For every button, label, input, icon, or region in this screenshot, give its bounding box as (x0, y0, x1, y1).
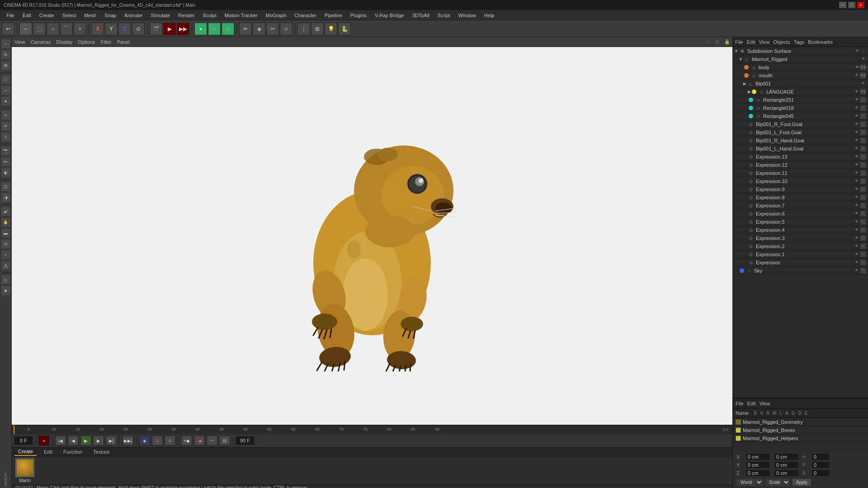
coord-b-val[interactable] (811, 469, 830, 477)
obj-vis-expr-3[interactable]: 👁 (854, 235, 859, 241)
br-item-geometry[interactable]: Marmot_Rigged_Geometry (733, 418, 868, 426)
tl-play[interactable]: ▶ (80, 436, 91, 446)
tl-step-back[interactable]: ◀ (68, 436, 79, 446)
toolbar-z[interactable]: Z (118, 23, 131, 35)
obj-expr-12[interactable]: ◎ Expression.12 👁· (732, 161, 868, 169)
tab-texture[interactable]: Texture (90, 448, 113, 455)
tool-uvw[interactable]: ◫ (1, 182, 11, 192)
tool-smooth[interactable]: ~ (1, 250, 11, 260)
obj-expr-5[interactable]: ◎ Expression.5 👁· (732, 218, 868, 226)
obj-expr-8[interactable]: ◎ Expression.8 👁· (732, 193, 868, 202)
coord-z-val2[interactable] (774, 469, 799, 477)
obj-language[interactable]: ▶ ◇ LANGUAGE 👁 ⊹⊹ (732, 88, 868, 96)
minimize-button[interactable]: ─ (839, 2, 846, 8)
viewport-icon-lock[interactable]: 🔒 (724, 39, 730, 44)
toolbar-point-mode[interactable]: ● (194, 23, 207, 35)
obj-expr-3[interactable]: ◎ Expression.3 👁· (732, 234, 868, 242)
menu-mesh[interactable]: Mesh (80, 12, 100, 19)
obj-vis-expr-11[interactable]: 👁 (854, 170, 859, 176)
viewport-menu-panel[interactable]: Panel (117, 39, 130, 45)
coord-y-val2[interactable] (774, 461, 799, 469)
obj-subdivision-surface[interactable]: ▼ ⊞ Subdivision Surface 👁 ○ (732, 47, 868, 55)
obj-expr-13[interactable]: ◎ Expression.13 👁· (732, 153, 868, 161)
tool-camera[interactable]: 📷 (1, 146, 11, 156)
coord-h-val[interactable] (811, 453, 830, 460)
tl-del-key[interactable]: -◆ (194, 436, 205, 446)
obj-vis-rect018[interactable]: 👁 (854, 105, 859, 111)
tool-flatten[interactable]: ▬ (1, 228, 11, 238)
toolbar-render-region[interactable]: 🎬 (150, 23, 162, 35)
viewport-menu-filter[interactable]: Filter (100, 39, 111, 45)
obj-vis-bip001-r-hand[interactable]: 👁 (854, 138, 859, 143)
om-menu-tags[interactable]: Tags (794, 39, 804, 45)
obj-bip001-l-foot[interactable]: ◎ Bip001_L_Foot.Goal 👁· (732, 128, 868, 136)
obj-vis-rect251[interactable]: 👁 (854, 97, 859, 103)
menu-motion-tracker[interactable]: Motion Tracker (221, 12, 261, 19)
tl-dope[interactable]: ⊟ (219, 436, 230, 446)
tl-timeline[interactable]: 〰 (207, 436, 217, 446)
obj-vis-expr-6[interactable]: 👁 (854, 211, 859, 216)
menu-create[interactable]: Create (36, 12, 58, 19)
obj-vis-expr[interactable]: 👁 (854, 260, 859, 265)
obj-vis-expr-10[interactable]: 👁 (854, 178, 859, 184)
toolbar-grid[interactable]: ⊞ (311, 23, 324, 35)
obj-vis-expr-4[interactable]: 👁 (854, 227, 859, 233)
obj-vis-subdiv[interactable]: 👁 (854, 48, 860, 54)
obj-tag-mouth[interactable]: ⊹⊹ (860, 73, 866, 78)
material-thumb-marm[interactable] (15, 458, 34, 477)
menu-file[interactable]: File (3, 12, 18, 19)
tl-record[interactable]: ● (38, 436, 49, 446)
obj-vis-expr-12[interactable]: 👁 (854, 162, 859, 168)
tl-next-key[interactable]: ▶| (106, 436, 117, 446)
obj-tag-rect251[interactable]: · (860, 97, 866, 103)
menu-pipeline[interactable]: Pipeline (321, 12, 346, 19)
obj-expr-6[interactable]: ◎ Expression.6 👁· (732, 210, 868, 218)
toolbar-python[interactable]: 🐍 (338, 23, 351, 35)
tab-function[interactable]: Function (60, 448, 86, 455)
tool-rotate[interactable]: ↻ (1, 50, 11, 60)
menu-select[interactable]: Select (59, 12, 80, 19)
om-menu-objects[interactable]: Objects (773, 39, 790, 45)
obj-mouth[interactable]: △ mouth 👁 ⊹⊹ (732, 71, 868, 80)
obj-bip001-r-foot[interactable]: ◎ Bip001_R_Foot.Goal 👁· (732, 120, 868, 128)
viewport[interactable] (12, 47, 732, 425)
tool-measure[interactable]: ⊷ (1, 157, 11, 167)
obj-vis-expr-13[interactable]: 👁 (854, 154, 859, 160)
end-frame[interactable]: 90 F (236, 436, 254, 445)
tool-spline[interactable]: ∿ (1, 110, 11, 120)
tool-pen[interactable]: ✏ (1, 121, 11, 131)
obj-vis-bip001-r-foot[interactable]: 👁 (854, 122, 859, 127)
obj-lock-subdiv[interactable]: ○ (861, 48, 866, 54)
tool-move[interactable]: ↔ (1, 39, 11, 49)
attr-menu-edit[interactable]: Edit (747, 401, 756, 406)
close-button[interactable]: ✕ (857, 2, 864, 8)
toolbar-render-active[interactable]: ▶ (163, 23, 176, 35)
toolbar-knife[interactable]: ✂ (266, 23, 279, 35)
obj-vis-expr-2[interactable]: 👁 (854, 244, 859, 249)
tool-crease[interactable]: ⋀ (1, 261, 11, 271)
obj-bip001[interactable]: ▶ △ Bip001 👁 (732, 80, 868, 88)
toolbar-select-lasso[interactable]: ⌒ (60, 23, 73, 35)
menu-snap[interactable]: Snap (101, 12, 120, 19)
obj-vis-expr-7[interactable]: 👁 (854, 203, 859, 208)
obj-vis-mouth[interactable]: 👁 (854, 73, 859, 78)
apply-button[interactable]: Apply (792, 479, 811, 486)
obj-vis-expr-8[interactable]: 👁 (854, 195, 859, 200)
obj-vis-bip001-l-foot[interactable]: 👁 (854, 130, 859, 135)
menu-help[interactable]: Help (481, 12, 498, 19)
obj-expr-1[interactable]: ◎ Expression.1 👁· (732, 250, 868, 258)
obj-vis-language[interactable]: 👁 (854, 89, 859, 94)
obj-expr-4[interactable]: ◎ Expression.4 👁· (732, 226, 868, 234)
obj-rect018[interactable]: ▭ Rectangle018 👁 · (732, 104, 868, 112)
menu-plugins[interactable]: Plugins (347, 12, 370, 19)
toolbar-new-obj[interactable]: + (74, 23, 86, 35)
toolbar-select-circle[interactable]: ○ (47, 23, 59, 35)
tool-magnet[interactable]: ◐ (1, 168, 11, 178)
br-item-bones[interactable]: Marmot_Rigged_Bones (733, 426, 868, 434)
tab-create[interactable]: Create (14, 448, 37, 456)
viewport-menu-cameras[interactable]: Cameras (31, 39, 51, 45)
menu-window[interactable]: Window (455, 12, 480, 19)
obj-expr-7[interactable]: ◎ Expression.7 👁· (732, 202, 868, 210)
toolbar-light[interactable]: 💡 (325, 23, 337, 35)
tool-material[interactable]: ◑ (1, 192, 11, 202)
